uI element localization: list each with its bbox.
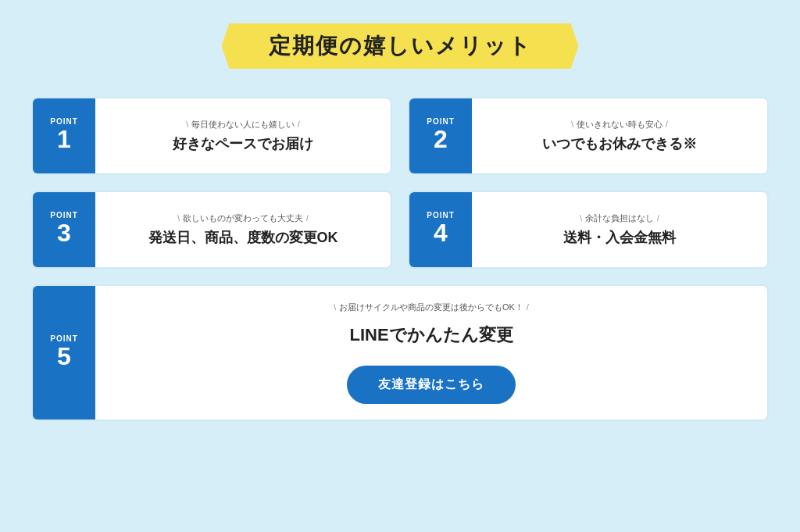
friend-register-button[interactable]: 友達登録はこちら (347, 366, 516, 404)
point-badge-1: POINT1 (33, 98, 95, 173)
point-content-3: 欲しいものが変わっても大丈夫発送日、商品、度数の変更OK (95, 192, 391, 267)
point-card-3: POINT3欲しいものが変わっても大丈夫発送日、商品、度数の変更OK (31, 191, 392, 269)
point-main-text-4: 送料・入会金無料 (563, 229, 676, 247)
points-grid: POINT1毎日使わない人にも嬉しい好きなペースでお届けPOINT2使いきれない… (31, 97, 769, 269)
point-content-2: 使いきれない時も安心いつでもお休みできる※ (472, 98, 767, 173)
point-main-text-1: 好きなペースでお届け (173, 135, 313, 153)
page-title: 定期便の嬉しいメリット (269, 34, 532, 58)
point-main-text-3: 発送日、商品、度数の変更OK (148, 229, 338, 247)
point-number-2: 2 (434, 126, 448, 153)
point-card-4: POINT4余計な負担はなし送料・入会金無料 (408, 191, 769, 269)
point-card-1: POINT1毎日使わない人にも嬉しい好きなペースでお届け (31, 97, 392, 175)
point-number-5: 5 (57, 343, 71, 370)
point-badge-3: POINT3 (33, 192, 95, 267)
point-card-2: POINT2使いきれない時も安心いつでもお休みできる※ (408, 97, 769, 175)
point-content-1: 毎日使わない人にも嬉しい好きなペースでお届け (95, 98, 391, 173)
header-banner: 定期便の嬉しいメリット (31, 23, 769, 69)
point-badge-4: POINT4 (409, 192, 472, 267)
point-content-5: お届けサイクルや商品の変更は後からでもOK！ LINEでかんたん変更 友達登録は… (95, 286, 767, 420)
point-badge-2: POINT2 (409, 98, 472, 173)
point-main-text-5: LINEでかんたん変更 (349, 324, 512, 347)
title-banner: 定期便の嬉しいメリット (222, 23, 579, 69)
point-subtitle-1: 毎日使わない人にも嬉しい (186, 119, 300, 130)
point-card-5: POINT 5 お届けサイクルや商品の変更は後からでもOK！ LINEでかんたん… (31, 284, 769, 421)
point-subtitle-5: お届けサイクルや商品の変更は後からでもOK！ (334, 302, 528, 313)
point-subtitle-3: 欲しいものが変わっても大丈夫 (177, 212, 309, 224)
point-subtitle-2: 使いきれない時も安心 (571, 119, 668, 130)
point-number-1: 1 (57, 126, 71, 153)
point-badge-5: POINT 5 (33, 286, 95, 420)
point-number-4: 4 (434, 220, 448, 247)
point-subtitle-4: 余計な負担はなし (580, 212, 659, 224)
point-main-text-2: いつでもお休みできる※ (542, 135, 697, 153)
point-content-4: 余計な負担はなし送料・入会金無料 (472, 192, 767, 267)
point-number-3: 3 (57, 220, 71, 247)
